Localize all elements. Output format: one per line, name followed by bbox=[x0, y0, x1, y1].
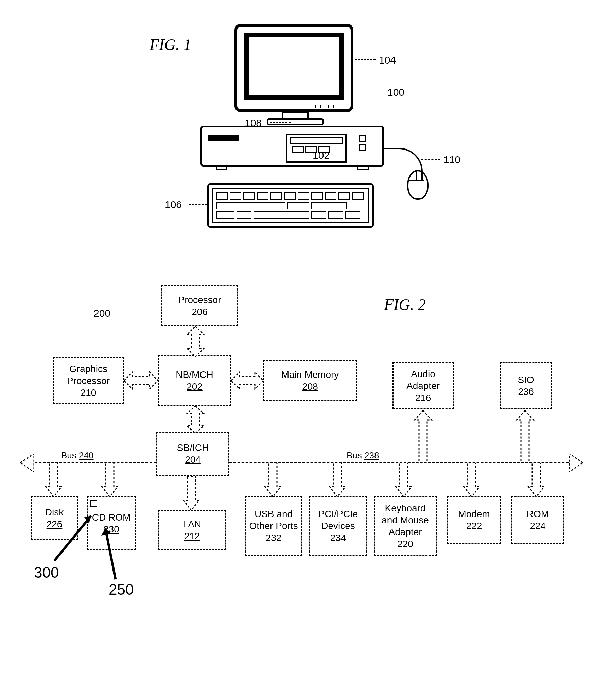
label: USB and Other Ports bbox=[248, 508, 299, 532]
desktop-case bbox=[200, 126, 384, 166]
block-usb: USB and Other Ports 232 bbox=[245, 496, 302, 555]
block-mainmem: Main Memory 208 bbox=[263, 360, 357, 401]
page: FIG. 1 bbox=[0, 0, 611, 700]
arrow-nbmch-mem bbox=[231, 370, 263, 391]
monitor-vents bbox=[315, 103, 346, 107]
callout-line bbox=[189, 204, 207, 205]
ref-monitor: 104 bbox=[379, 54, 396, 66]
callout-line bbox=[421, 159, 440, 160]
ref-keyboard: 106 bbox=[165, 199, 182, 210]
media-icon bbox=[90, 500, 97, 507]
block-processor: Processor 206 bbox=[161, 285, 238, 326]
label: ROM bbox=[527, 508, 549, 520]
block-sio: SIO 236 bbox=[500, 362, 552, 409]
label: LAN bbox=[183, 518, 201, 530]
svg-marker-14 bbox=[464, 463, 479, 497]
arrow-sbich-lan bbox=[182, 476, 201, 510]
label: NB/MCH bbox=[176, 369, 213, 381]
refnum: 234 bbox=[330, 532, 346, 544]
callout-arrow-250 bbox=[95, 523, 133, 582]
label: SIO bbox=[518, 374, 534, 386]
bus-240-label: Bus 240 bbox=[61, 450, 93, 461]
arrow-bus-disk bbox=[44, 463, 63, 497]
refnum: 216 bbox=[415, 392, 431, 404]
keyboard bbox=[207, 183, 374, 228]
block-modem: Modem 222 bbox=[447, 496, 501, 544]
monitor-base bbox=[267, 118, 324, 125]
block-audio: Audio Adapter 216 bbox=[392, 362, 454, 409]
refnum: 210 bbox=[80, 387, 96, 399]
arrow-proc-nbmch bbox=[185, 326, 206, 357]
callout-line bbox=[270, 122, 290, 123]
arrow-bus-pci bbox=[328, 463, 347, 497]
svg-marker-6 bbox=[415, 411, 432, 461]
svg-line-18 bbox=[105, 528, 116, 579]
arrow-nbmch-sbich bbox=[185, 406, 206, 433]
label: Main Memory bbox=[281, 369, 339, 381]
label: Graphics Processor bbox=[56, 363, 121, 387]
refnum: 222 bbox=[466, 520, 482, 532]
refnum: 232 bbox=[266, 532, 282, 544]
refnum: 208 bbox=[302, 381, 318, 392]
svg-marker-15 bbox=[528, 463, 544, 497]
svg-marker-7 bbox=[517, 411, 534, 461]
label: SB/ICH bbox=[177, 442, 209, 453]
cd-slot bbox=[290, 137, 343, 144]
arrow-bus-modem bbox=[462, 463, 481, 497]
block-sbich: SB/ICH 204 bbox=[156, 432, 229, 476]
ref-mouse: 110 bbox=[444, 154, 460, 165]
ref-300: 300 bbox=[34, 564, 59, 581]
arrow-bus-kbm bbox=[394, 463, 413, 497]
svg-marker-5 bbox=[569, 453, 583, 472]
label: Modem bbox=[458, 508, 490, 520]
refnum: 202 bbox=[187, 381, 203, 392]
label: Processor bbox=[178, 294, 221, 306]
label: Keyboard and Mouse Adapter bbox=[377, 502, 434, 538]
mouse bbox=[401, 154, 432, 199]
ref-system: 100 bbox=[387, 87, 404, 98]
block-lan: LAN 212 bbox=[158, 510, 226, 550]
bus-238-label: Bus 238 bbox=[347, 450, 379, 461]
monitor-bezel bbox=[235, 24, 354, 112]
svg-marker-19 bbox=[101, 528, 111, 536]
block-pci: PCI/PCIe Devices 234 bbox=[309, 496, 367, 555]
arrow-bus-cdrom bbox=[100, 463, 119, 497]
svg-marker-3 bbox=[187, 406, 204, 433]
refnum: 204 bbox=[185, 453, 201, 465]
label: PCI/PCIe Devices bbox=[312, 508, 364, 532]
bus-240-left-tip bbox=[20, 453, 34, 473]
callout-line bbox=[355, 59, 375, 60]
label: Audio Adapter bbox=[396, 368, 451, 392]
svg-marker-4 bbox=[20, 453, 34, 472]
ref-case: 102 bbox=[313, 150, 330, 161]
case-vent bbox=[208, 135, 239, 141]
arrow-bus-sio bbox=[515, 411, 535, 461]
block-kbm: Keyboard and Mouse Adapter 220 bbox=[374, 496, 437, 555]
ref-250: 250 bbox=[109, 581, 134, 598]
bus-238-right-tip bbox=[569, 453, 583, 473]
svg-marker-0 bbox=[187, 326, 204, 357]
ref-drive: 108 bbox=[245, 117, 262, 129]
arrow-bus-audio bbox=[413, 411, 433, 461]
refnum: 212 bbox=[184, 530, 200, 542]
svg-marker-9 bbox=[102, 463, 118, 497]
block-gfx: Graphics Processor 210 bbox=[53, 357, 124, 404]
refnum: 220 bbox=[397, 538, 413, 550]
svg-marker-13 bbox=[396, 463, 412, 497]
refnum: 206 bbox=[192, 306, 208, 318]
svg-marker-12 bbox=[330, 463, 345, 497]
svg-marker-10 bbox=[183, 476, 199, 510]
monitor-screen bbox=[244, 33, 344, 100]
refnum: 224 bbox=[530, 520, 546, 532]
callout-arrow-300 bbox=[51, 510, 99, 565]
arrow-gfx-nbmch bbox=[124, 370, 158, 391]
svg-marker-11 bbox=[265, 463, 281, 497]
block-nbmch: NB/MCH 202 bbox=[158, 355, 231, 406]
arrow-bus-rom bbox=[527, 463, 546, 497]
svg-marker-2 bbox=[231, 372, 263, 389]
svg-line-16 bbox=[54, 516, 91, 561]
monitor bbox=[235, 24, 354, 129]
svg-marker-1 bbox=[124, 372, 158, 389]
block-rom: ROM 224 bbox=[511, 496, 564, 544]
power-leds bbox=[358, 135, 377, 152]
